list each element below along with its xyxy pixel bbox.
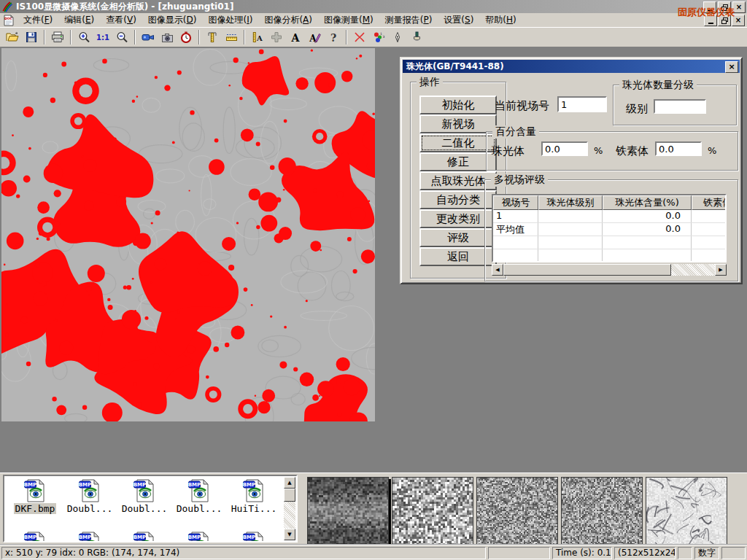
document-icon[interactable]: DOC bbox=[3, 15, 15, 26]
status-coordinates: x: 510 y: 79 idx: 0 RGB: (174, 174, 174) bbox=[1, 547, 486, 559]
timer-clock-icon[interactable] bbox=[177, 28, 196, 46]
file-item[interactable] bbox=[118, 532, 171, 542]
current-field-input[interactable] bbox=[557, 96, 607, 112]
actual-size-icon[interactable]: 1:1 bbox=[93, 28, 112, 46]
brush-tool-icon[interactable] bbox=[407, 28, 426, 46]
toolbar-separator bbox=[44, 30, 45, 44]
file-item[interactable]: Doubl... bbox=[63, 479, 116, 514]
thumbnail-5[interactable] bbox=[646, 477, 727, 545]
capture-camera-icon[interactable] bbox=[158, 28, 177, 46]
font-edit-icon[interactable]: A bbox=[305, 28, 324, 46]
cell-grade bbox=[538, 210, 603, 222]
ferrite-percent-input[interactable] bbox=[655, 141, 702, 156]
file-item[interactable] bbox=[173, 532, 225, 542]
scrollbar-track bbox=[671, 264, 715, 276]
app-icon bbox=[1, 1, 13, 12]
pen-tool-icon[interactable] bbox=[388, 28, 407, 46]
table-row[interactable]: 1 0.0 bbox=[493, 210, 725, 223]
menu-view[interactable]: 查看(V) bbox=[100, 12, 142, 28]
col-pearlite[interactable]: 珠光体含量(%) bbox=[603, 195, 692, 210]
curve-tool-icon[interactable] bbox=[350, 28, 369, 46]
file-name[interactable]: HuiTi... bbox=[230, 503, 279, 514]
file-item[interactable]: HuiTi... bbox=[228, 479, 280, 514]
thumbnail-1[interactable] bbox=[307, 477, 389, 545]
pearlite-percent-unit: % bbox=[594, 145, 603, 156]
ferrite-percent-unit: % bbox=[708, 145, 716, 156]
scroll-right-icon[interactable]: ▶ bbox=[715, 264, 727, 276]
scroll-left-icon[interactable]: ◀ bbox=[492, 264, 503, 276]
menu-file[interactable]: 文件(F) bbox=[18, 12, 58, 28]
menu-help[interactable]: 帮助(H) bbox=[479, 12, 522, 28]
font-a-icon[interactable]: A bbox=[286, 28, 305, 46]
table-horizontal-scrollbar[interactable]: ◀ ▶ bbox=[492, 264, 727, 276]
specimen-image[interactable] bbox=[1, 48, 375, 421]
scroll-up-icon[interactable]: ▲ bbox=[284, 477, 295, 489]
file-name[interactable]: Doubl... bbox=[175, 503, 224, 514]
open-file-icon[interactable] bbox=[3, 28, 22, 46]
status-empty-3 bbox=[721, 547, 746, 559]
ruler-horizontal-icon[interactable] bbox=[222, 28, 241, 46]
scrollbar-thumb[interactable] bbox=[503, 264, 671, 276]
menu-edit[interactable]: 编辑(E) bbox=[58, 12, 100, 28]
save-icon[interactable] bbox=[22, 28, 41, 46]
count-particles-icon[interactable]: 13 bbox=[369, 28, 388, 46]
file-item[interactable] bbox=[228, 532, 280, 542]
toolbar-separator bbox=[346, 30, 347, 44]
file-list-scrollbar[interactable]: ▲ ▼ bbox=[284, 477, 295, 540]
file-item[interactable]: Doubl... bbox=[173, 479, 225, 514]
grade-level-input[interactable] bbox=[654, 99, 706, 114]
file-list[interactable]: DKF.bmp Doubl... Doubl... Doubl... HuiTi… bbox=[3, 475, 298, 542]
menu-settings[interactable]: 设置(S) bbox=[438, 12, 479, 28]
video-camera-icon[interactable] bbox=[139, 28, 158, 46]
percent-group-label: 百分含量 bbox=[492, 125, 539, 139]
multifield-table[interactable]: 视场号 珠光体级别 珠光体含量(%) 铁素体含量(%) 1 0.0 平均值 0.… bbox=[492, 194, 727, 262]
init-button[interactable]: 初始化 bbox=[419, 96, 497, 114]
print-icon[interactable] bbox=[48, 28, 67, 46]
scroll-down-icon[interactable]: ▼ bbox=[284, 529, 295, 540]
cell-ferrite bbox=[692, 210, 727, 222]
measure-font-icon[interactable]: A bbox=[248, 28, 267, 46]
cell-field: 平均值 bbox=[493, 223, 538, 236]
col-ferrite[interactable]: 铁素体含量(%) bbox=[692, 195, 727, 210]
multifield-group-label: 多视场评级 bbox=[491, 174, 548, 187]
file-name[interactable]: Doubl... bbox=[120, 503, 169, 514]
zoom-out-icon[interactable] bbox=[112, 28, 131, 46]
file-name[interactable]: DKF.bmp bbox=[14, 503, 57, 514]
bmp-file-icon bbox=[187, 532, 211, 542]
menu-image-analysis[interactable]: 图像分析(A) bbox=[258, 12, 318, 28]
file-item[interactable] bbox=[63, 532, 116, 542]
pearlite-percent-input[interactable] bbox=[541, 141, 588, 156]
menu-image-process[interactable]: 图像处理(I) bbox=[202, 12, 258, 28]
thumbnail-3[interactable] bbox=[476, 477, 558, 545]
table-header-row: 视场号 珠光体级别 珠光体含量(%) 铁素体含量(%) bbox=[493, 195, 725, 210]
ferrite-percent-label: 铁素体 bbox=[616, 144, 649, 158]
menu-image-display[interactable]: 图像显示(D) bbox=[142, 12, 203, 28]
bmp-file-icon bbox=[242, 532, 266, 542]
zoom-in-icon[interactable] bbox=[74, 28, 93, 46]
scrollbar-thumb[interactable] bbox=[284, 489, 295, 502]
titlebar[interactable]: IS100显微摄像系统(金相分析版) - [zhuguangti01] × bbox=[0, 0, 747, 13]
menu-image-measure[interactable]: 图像测量(M) bbox=[318, 12, 379, 28]
col-field[interactable]: 视场号 bbox=[493, 195, 538, 210]
bmp-file-icon bbox=[133, 479, 156, 502]
bmp-file-icon bbox=[23, 479, 47, 502]
file-item[interactable]: Doubl... bbox=[118, 479, 171, 514]
file-name[interactable]: Doubl... bbox=[66, 503, 115, 514]
svg-text:A: A bbox=[256, 34, 263, 42]
bmp-file-icon bbox=[242, 479, 266, 502]
help-question-icon[interactable]: ? bbox=[324, 28, 343, 46]
col-grade[interactable]: 珠光体级别 bbox=[538, 195, 603, 210]
file-item[interactable]: DKF.bmp bbox=[9, 479, 61, 514]
table-row[interactable]: 平均值 0.0 bbox=[493, 223, 725, 236]
bmp-file-icon bbox=[187, 479, 211, 502]
menu-measure-report[interactable]: 测量报告(P) bbox=[379, 12, 438, 28]
caliper-vertical-icon[interactable] bbox=[203, 28, 222, 46]
cell-ferrite bbox=[692, 223, 727, 236]
file-item[interactable] bbox=[9, 532, 61, 542]
svg-text:DOC: DOC bbox=[4, 17, 13, 20]
thumbnail-4[interactable] bbox=[561, 477, 643, 545]
dialog-close-icon[interactable]: × bbox=[725, 61, 738, 73]
crosshair-move-icon[interactable] bbox=[267, 28, 286, 46]
thumbnail-2[interactable] bbox=[392, 477, 473, 545]
dialog-titlebar[interactable]: 珠光体(GB/T9441-88) × bbox=[403, 60, 740, 73]
